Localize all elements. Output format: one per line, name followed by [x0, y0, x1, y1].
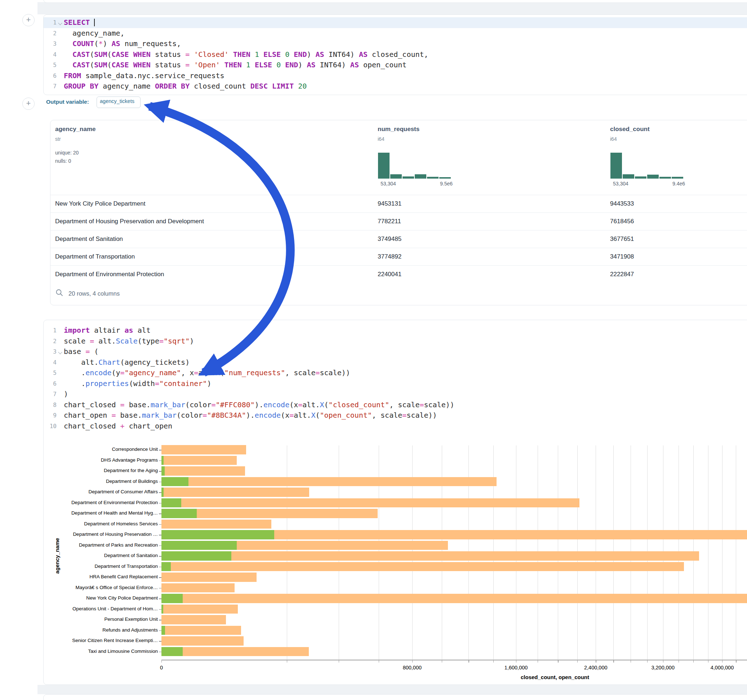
chart-y-label: Department of Health and Mental Hyg…: [3, 510, 158, 516]
python-line-6[interactable]: 6 .properties(width="container"): [44, 379, 747, 389]
histogram-bar: [439, 177, 451, 179]
chart-y-tick: [159, 620, 162, 620]
search-icon[interactable]: [56, 289, 64, 297]
python-line-4[interactable]: 4 alt.Chart(agency_tickets): [44, 357, 747, 368]
chart-y-tick: [159, 641, 162, 642]
chart-x-tick: [538, 661, 538, 662]
fold-chevron-down-icon[interactable]: [58, 350, 62, 354]
fold-chevron-down-icon[interactable]: [58, 21, 62, 25]
table-cell: 9453131: [378, 200, 401, 207]
chart-y-tick: [159, 556, 162, 557]
chart-bar-open_count: [162, 647, 183, 656]
sql-line-4[interactable]: 4 CAST(SUM(CASE WHEN status = 'Closed' T…: [44, 49, 747, 60]
line-number: 4: [44, 49, 57, 60]
sql-line-7[interactable]: 7GROUP BY agency_name ORDER BY closed_co…: [44, 81, 747, 92]
table-cell: 7782211: [378, 218, 401, 225]
output-variable-chip[interactable]: agency_tickets: [97, 97, 141, 108]
python-line-7[interactable]: 7): [44, 389, 747, 400]
chart-y-label: HRA Benefit Card Replacement: [3, 574, 158, 579]
chart-bar-open_count: [162, 626, 165, 635]
chart-bar-closed_count: [162, 466, 245, 475]
code-text: CAST(SUM(CASE WHEN status = 'Closed' THE…: [64, 49, 428, 60]
sql-cell[interactable]: 1SELECT 2 agency_name,3 COUNT(*) AS num_…: [43, 14, 747, 95]
python-line-10[interactable]: 10chart_closed + chart_open: [44, 421, 747, 432]
chart-y-label: Department of Sanitation: [3, 553, 158, 558]
python-line-1[interactable]: 1import altair as alt: [44, 325, 747, 336]
chart-bar-closed_count: [162, 583, 234, 592]
histogram-bar: [402, 176, 414, 179]
table-cell: 9443533: [610, 200, 634, 207]
chart-bar-closed_count: [162, 456, 237, 465]
chart-y-tick: [159, 524, 162, 525]
sql-line-5[interactable]: 5 CAST(SUM(CASE WHEN status = 'Open' THE…: [44, 60, 747, 71]
chart-y-label: Operations Unit - Department of Hom…: [3, 606, 158, 611]
histogram-bar: [659, 177, 671, 179]
code-text: alt.Chart(agency_tickets): [64, 357, 189, 368]
sql-line-1[interactable]: 1SELECT: [44, 17, 747, 28]
python-code-editor[interactable]: 1import altair as alt2scale = alt.Scale(…: [44, 325, 747, 431]
column-histogram: [610, 152, 685, 179]
chart-bar-open_count: [162, 466, 165, 475]
code-text: .properties(width="container"): [64, 379, 211, 389]
sql-code-editor[interactable]: 1SELECT 2 agency_name,3 COUNT(*) AS num_…: [44, 17, 747, 92]
python-line-5[interactable]: 5 .encode(y="agency_name", x=alt.X("num_…: [44, 368, 747, 379]
code-text: COUNT(*) AS num_requests,: [64, 39, 181, 49]
chart-bar-open_count: [162, 487, 163, 496]
chart-y-tick: [159, 492, 162, 493]
python-line-8[interactable]: 8chart_closed = base.mark_bar(color="#FF…: [44, 400, 747, 410]
chart-gridline: [736, 445, 736, 660]
chart-x-tick: [379, 661, 379, 662]
table-cell: 3774892: [378, 253, 401, 260]
column-title-agency_name: agency_name: [55, 126, 95, 133]
chart-bar-open_count: [162, 477, 189, 486]
chart-y-tick: [159, 652, 162, 652]
histogram-bar: [647, 174, 659, 179]
chart-y-tick: [159, 567, 162, 567]
line-number: 9: [44, 410, 57, 421]
python-line-9[interactable]: 9chart_open = base.mark_bar(color="#8BC3…: [44, 410, 747, 421]
table-cell: New York City Police Department: [55, 200, 145, 207]
chart-y-label: Department of Parks and Recreation: [3, 542, 158, 548]
chart-y-tick: [159, 588, 162, 589]
column-stat: nulls: 0: [55, 158, 71, 164]
table-cell: 3471908: [610, 253, 634, 260]
chart-y-label: DHS Advantage Programs: [3, 457, 158, 463]
chart-x-tick-label: 1,600,000: [491, 665, 541, 670]
histogram-max-label: 9.5e6: [432, 181, 452, 187]
chart-x-tick: [613, 661, 614, 662]
chart-bar-closed_count: [162, 551, 699, 560]
chart-y-label: Department of Buildings: [3, 478, 158, 484]
chart-bar-open_count: [162, 562, 171, 571]
sql-line-2[interactable]: 2 agency_name,: [44, 28, 747, 39]
code-text: base = (: [64, 346, 98, 357]
chart-y-tick: [159, 513, 162, 514]
add-cell-button-output[interactable]: +: [22, 98, 35, 110]
table-row: New York City Police Department945313194…: [50, 195, 747, 213]
chart-x-tick: [679, 661, 679, 662]
chart-y-tick: [159, 535, 162, 536]
sql-line-6[interactable]: 6FROM sample_data.nyc.service_requests: [44, 71, 747, 81]
line-number: 2: [44, 336, 57, 347]
chart-bar-open_count: [162, 498, 181, 507]
line-number: 6: [44, 379, 57, 389]
line-number: 3: [44, 39, 57, 49]
sql-line-3[interactable]: 3 COUNT(*) AS num_requests,: [44, 39, 747, 49]
code-text: agency_name,: [64, 28, 125, 39]
code-text: scale = alt.Scale(type="sqrt"): [64, 336, 194, 347]
histogram-bar: [635, 176, 647, 179]
histogram-min-label: 53,304: [613, 181, 628, 187]
chart-x-tick: [708, 661, 708, 662]
python-line-3[interactable]: 3base = (: [44, 346, 747, 357]
column-stat: unique: 20: [55, 150, 79, 155]
table-cell: 7618456: [610, 218, 634, 225]
add-cell-button-top[interactable]: +: [22, 14, 35, 26]
code-text: .encode(y="agency_name", x=alt.X("num_re…: [64, 368, 350, 379]
line-number: 4: [44, 357, 57, 368]
chart-y-tick: [159, 546, 162, 546]
chart-x-tick: [516, 661, 516, 662]
line-number: 1: [44, 325, 57, 336]
histogram-bar: [622, 174, 635, 179]
code-text: FROM sample_data.nyc.service_requests: [64, 71, 224, 81]
chart-x-tick: [736, 661, 736, 662]
python-line-2[interactable]: 2scale = alt.Scale(type="sqrt"): [44, 336, 747, 347]
